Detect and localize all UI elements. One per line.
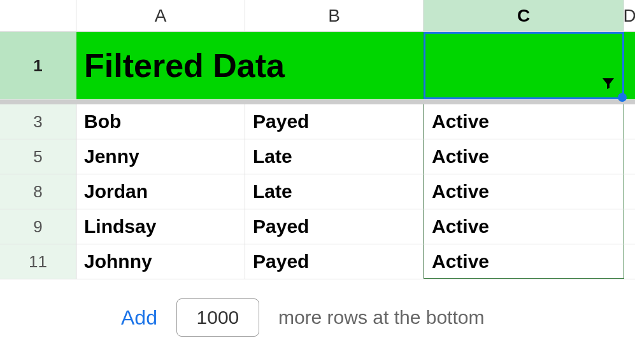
column-header-row: A B C D bbox=[0, 0, 635, 32]
cell-name[interactable]: Lindsay bbox=[76, 209, 245, 244]
cell-activity[interactable]: Active bbox=[424, 174, 624, 209]
cell-status[interactable]: Late bbox=[245, 174, 424, 209]
row-header-1[interactable]: 1 bbox=[0, 32, 76, 99]
select-all-corner[interactable] bbox=[0, 0, 76, 31]
cell-a1-merged-title[interactable]: Filtered Data bbox=[76, 32, 424, 99]
cell-status[interactable]: Payed bbox=[245, 104, 424, 139]
table-row: 9LindsayPayedActive bbox=[0, 209, 635, 244]
column-header-d[interactable]: D bbox=[624, 0, 635, 31]
hidden-rows-divider bbox=[0, 100, 635, 104]
add-rows-suffix-text: more rows at the bottom bbox=[278, 307, 484, 328]
cell-activity[interactable]: Active bbox=[424, 104, 624, 139]
cell-d[interactable] bbox=[624, 209, 635, 244]
cell-d[interactable] bbox=[624, 104, 635, 139]
row-1: 1 Filtered Data bbox=[0, 32, 635, 100]
cell-d[interactable] bbox=[624, 174, 635, 209]
row-header[interactable]: 5 bbox=[0, 139, 76, 174]
table-row: 3BobPayedActive bbox=[0, 104, 635, 139]
row-header[interactable]: 11 bbox=[0, 244, 76, 279]
column-header-c[interactable]: C bbox=[424, 0, 624, 31]
add-rows-count-input[interactable] bbox=[176, 298, 259, 337]
table-row: 8JordanLateActive bbox=[0, 174, 635, 209]
add-rows-footer: Add more rows at the bottom bbox=[0, 279, 635, 356]
cell-d[interactable] bbox=[624, 139, 635, 174]
cell-name[interactable]: Jordan bbox=[76, 174, 245, 209]
cell-activity[interactable]: Active bbox=[424, 139, 624, 174]
cell-activity[interactable]: Active bbox=[424, 244, 624, 279]
cell-status[interactable]: Payed bbox=[245, 244, 424, 279]
row-header[interactable]: 3 bbox=[0, 104, 76, 139]
row-header[interactable]: 8 bbox=[0, 174, 76, 209]
selection-handle[interactable] bbox=[618, 93, 627, 102]
cell-activity[interactable]: Active bbox=[424, 209, 624, 244]
cell-d[interactable] bbox=[624, 244, 635, 279]
spreadsheet-grid: A B C D 1 Filtered Data 3BobPayedActive5… bbox=[0, 0, 635, 279]
cell-name[interactable]: Bob bbox=[76, 104, 245, 139]
cell-d1[interactable] bbox=[624, 32, 635, 99]
cell-c1-active[interactable] bbox=[424, 32, 624, 99]
table-row: 5JennyLateActive bbox=[0, 139, 635, 174]
cell-name[interactable]: Johnny bbox=[76, 244, 245, 279]
column-header-a[interactable]: A bbox=[76, 0, 245, 31]
column-header-b[interactable]: B bbox=[245, 0, 424, 31]
row-header[interactable]: 9 bbox=[0, 209, 76, 244]
cell-status[interactable]: Late bbox=[245, 139, 424, 174]
cell-status[interactable]: Payed bbox=[245, 209, 424, 244]
table-row: 11JohnnyPayedActive bbox=[0, 244, 635, 279]
add-rows-button[interactable]: Add bbox=[121, 306, 157, 330]
cell-name[interactable]: Jenny bbox=[76, 139, 245, 174]
